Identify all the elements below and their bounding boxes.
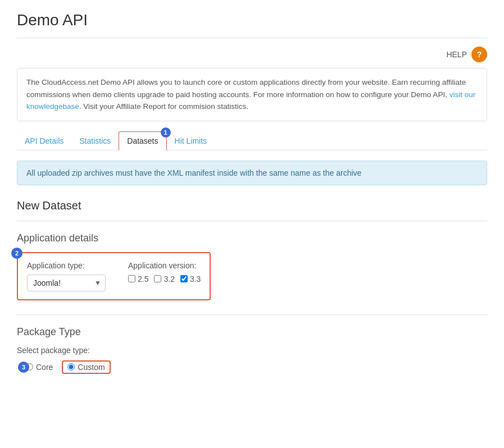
tab-api-details[interactable]: API Details [17, 132, 71, 150]
info-text-part2: . Visit your Affiliate Report for commis… [79, 102, 248, 111]
step2-badge: 2 [11, 248, 22, 259]
info-box: The CloudAccess.net Demo API allows you … [17, 68, 487, 121]
info-text-part1: The CloudAccess.net Demo API allows you … [26, 78, 466, 99]
section-divider-2 [17, 314, 487, 315]
step3-badge: 3 [18, 362, 29, 373]
version-33-label: 3.3 [190, 275, 201, 284]
page-title: Demo API [17, 11, 487, 29]
app-details-box: 2 Application type: Joomla! WordPress Dr… [17, 252, 211, 300]
version-32-checkbox[interactable] [154, 275, 161, 282]
version-32: 3.2 [154, 275, 174, 284]
radio-custom-label: Custom [78, 363, 105, 372]
tabs-row: API Details Statistics Datasets 1 Hit Li… [17, 131, 487, 150]
tab-statistics[interactable]: Statistics [71, 132, 119, 150]
page-container: Demo API HELP ? The CloudAccess.net Demo… [0, 0, 504, 385]
new-dataset-title: New Dataset [17, 199, 487, 212]
alert-info: All uploaded zip archives must have the … [17, 161, 487, 185]
radio-core-label: Core [36, 363, 53, 372]
section-divider [17, 221, 487, 221]
top-divider [17, 38, 487, 38]
version-25: 2.5 [128, 275, 148, 284]
package-select-label: Select package type: [17, 346, 487, 355]
app-version-label: Application version: [128, 261, 201, 270]
version-33: 3.3 [180, 275, 201, 284]
radio-group: 3 Core Custom [26, 360, 487, 374]
custom-radio-box: Custom [62, 360, 110, 374]
app-version-group: Application version: 2.5 3.2 3.3 [128, 261, 201, 284]
radio-custom-input[interactable] [67, 363, 75, 371]
help-row: HELP ? [17, 47, 487, 62]
app-type-select-wrapper: Joomla! WordPress Drupal ▼ [27, 275, 106, 291]
radio-core: Core [26, 363, 53, 372]
app-details-title: Application details [17, 232, 487, 244]
help-icon[interactable]: ? [471, 47, 487, 62]
app-type-group: Application type: Joomla! WordPress Drup… [27, 261, 106, 291]
app-type-select[interactable]: Joomla! WordPress Drupal [27, 275, 106, 291]
version-checkboxes: 2.5 3.2 3.3 [128, 275, 201, 284]
radio-custom: Custom [62, 360, 110, 374]
version-25-checkbox[interactable] [128, 275, 135, 282]
version-25-label: 2.5 [138, 275, 148, 284]
help-label: HELP [446, 50, 467, 59]
version-33-checkbox[interactable] [180, 275, 188, 282]
package-type-title: Package Type [17, 326, 487, 338]
app-type-label: Application type: [27, 261, 106, 270]
package-type-section: Package Type Select package type: 3 Core… [17, 326, 487, 374]
tab-datasets[interactable]: Datasets 1 [119, 131, 166, 150]
tab-hit-limits[interactable]: Hit Limits [167, 132, 215, 150]
version-32-label: 3.2 [164, 275, 174, 284]
